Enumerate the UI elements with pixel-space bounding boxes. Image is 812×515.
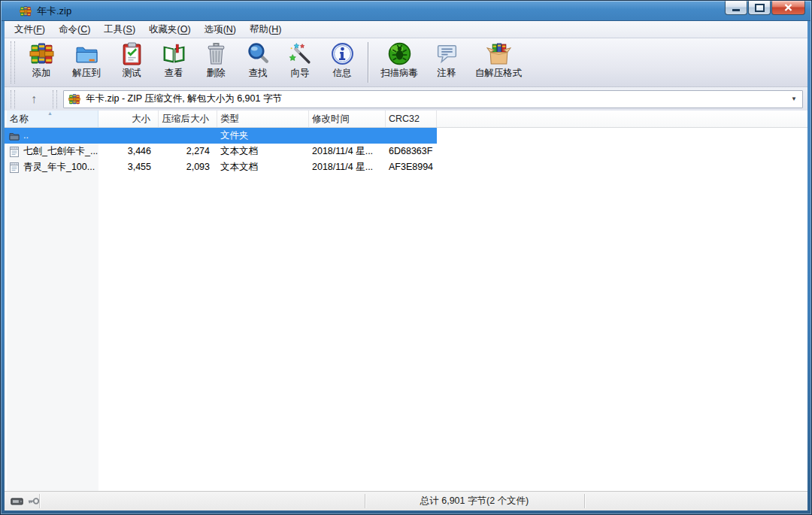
menu-commands[interactable]: 命令(C) [52, 21, 97, 38]
column-header-type[interactable]: 类型 [217, 111, 309, 127]
status-icons [11, 495, 40, 507]
add-archive-icon [29, 41, 54, 66]
window-controls [725, 1, 805, 15]
column-header-crc32[interactable]: CRC32 [386, 111, 437, 127]
virus-bug-icon [387, 41, 412, 66]
key-icon[interactable] [27, 495, 40, 507]
test-clipboard-icon [120, 41, 144, 66]
name-column-tint [7, 128, 98, 491]
address-bar: ↑ 年卡.zip - ZIP 压缩文件, 解包大小为 6,901 字节 ▼ [5, 87, 807, 111]
table-row-parent-dir[interactable]: .. 文件夹 [5, 128, 437, 144]
status-separator [39, 494, 40, 508]
column-header-name[interactable]: 名称 ▲ [7, 111, 98, 127]
drive-icon[interactable] [11, 495, 23, 507]
close-icon [784, 4, 792, 11]
sfx-button[interactable]: 自解压格式 [468, 40, 529, 85]
minimize-button[interactable] [725, 1, 747, 15]
menu-bar: 文件(F) 命令(C) 工具(S) 收藏夹(O) 选项(N) 帮助(H) [5, 21, 807, 38]
wizard-wand-icon [288, 41, 313, 66]
table-row-file-1[interactable]: 七劍_七劍年卡_... 3,446 2,274 文本文档 2018/11/4 星… [5, 144, 807, 159]
minimize-icon [732, 9, 740, 11]
scan-virus-button[interactable]: 扫描病毒 [374, 40, 425, 85]
toolbar-separator [368, 42, 368, 83]
table-row-file-2[interactable]: 青灵_年卡_100... 3,455 2,093 文本文档 2018/11/4 … [5, 159, 807, 175]
comment-button[interactable]: 注释 [426, 40, 467, 85]
status-bar: 总计 6,901 字节(2 个文件) [5, 491, 807, 510]
up-directory-button[interactable]: ↑ [18, 89, 50, 108]
close-button[interactable] [771, 1, 805, 15]
comment-bubble-icon [435, 41, 459, 66]
delete-button[interactable]: 删除 [195, 40, 236, 85]
maximize-button[interactable] [748, 1, 771, 15]
text-file-icon [8, 162, 20, 174]
add-button[interactable]: 添加 [21, 40, 62, 85]
title-bar[interactable]: 年卡.zip [2, 2, 810, 21]
column-header-size[interactable]: 大小 [98, 111, 159, 127]
sort-asc-icon: ▲ [47, 111, 53, 116]
status-total: 总计 6,901 字节(2 个文件) [365, 492, 583, 510]
delete-trash-icon [204, 41, 229, 66]
up-arrow-icon: ↑ [31, 92, 37, 106]
menu-options[interactable]: 选项(N) [198, 21, 243, 38]
column-header-modified[interactable]: 修改时间 [309, 111, 386, 127]
combobox-dropdown-button[interactable]: ▼ [787, 92, 801, 107]
menu-tools[interactable]: 工具(S) [97, 21, 142, 38]
archive-description: 年卡.zip - ZIP 压缩文件, 解包大小为 6,901 字节 [86, 92, 787, 105]
list-header: 名称 ▲ 大小 压缩后大小 类型 修改时间 CRC32 [5, 111, 807, 128]
menu-favorites[interactable]: 收藏夹(O) [142, 21, 198, 38]
view-button[interactable]: 查看 [153, 40, 194, 85]
list-rows: .. 文件夹 七劍_七劍年卡_... 3,446 2,274 文本文档 2018… [5, 128, 807, 175]
address-gripper-2[interactable] [53, 90, 57, 108]
extract-to-button[interactable]: 解压到 [63, 40, 110, 85]
window-title: 年卡.zip [37, 5, 71, 18]
info-circle-icon [330, 41, 355, 66]
text-file-icon [8, 146, 20, 158]
chevron-down-icon: ▼ [791, 95, 797, 102]
column-header-packed[interactable]: 压缩后大小 [159, 111, 217, 127]
winrar-app-icon [20, 5, 32, 17]
sfx-box-icon [486, 41, 511, 66]
info-button[interactable]: 信息 [322, 40, 362, 85]
extract-folder-icon [74, 41, 99, 66]
menu-help[interactable]: 帮助(H) [243, 21, 288, 38]
archive-icon [68, 93, 80, 105]
find-magnifier-icon [246, 41, 271, 66]
view-book-icon [162, 41, 186, 66]
maximize-icon [755, 4, 765, 12]
file-list: 名称 ▲ 大小 压缩后大小 类型 修改时间 CRC32 .. 文件夹 [5, 111, 807, 491]
test-button[interactable]: 测试 [111, 40, 152, 85]
wizard-button[interactable]: 向导 [280, 40, 320, 85]
status-separator [584, 494, 585, 508]
find-button[interactable]: 查找 [238, 40, 278, 85]
toolbar-gripper[interactable] [11, 41, 15, 83]
folder-up-icon [8, 130, 20, 142]
window-frame: 年卡.zip 文件(F) 命令(C) 工具(S) 收藏夹(O) 选项(N) 帮助… [0, 0, 812, 515]
toolbar: 添加 解压到 测试 查看 删除 查找 向导 信息 [5, 38, 807, 87]
archive-path-combobox[interactable]: 年卡.zip - ZIP 压缩文件, 解包大小为 6,901 字节 ▼ [63, 90, 803, 108]
menu-file[interactable]: 文件(F) [8, 21, 52, 38]
address-gripper[interactable] [11, 90, 15, 108]
